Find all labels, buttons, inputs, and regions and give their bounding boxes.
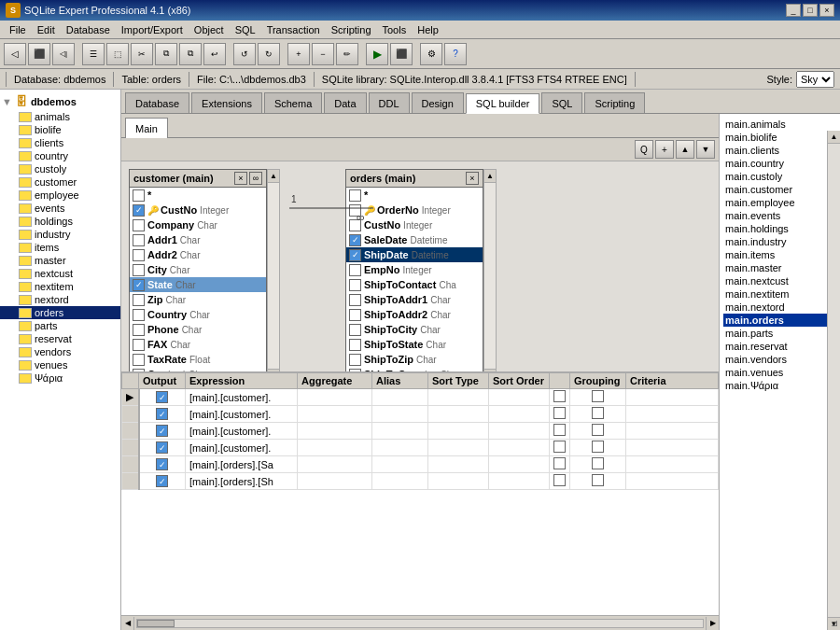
right-panel-item-main-master[interactable]: main.master: [723, 261, 836, 274]
field-row[interactable]: Zip Char: [130, 292, 266, 307]
field-row[interactable]: ✓ 🔑 CustNo Integer: [130, 203, 266, 217]
close-button[interactable]: ×: [819, 4, 834, 17]
field-row-shipdate[interactable]: ✓ ShipDate Datetime: [346, 247, 483, 262]
menu-scripting[interactable]: Scripting: [326, 22, 377, 37]
tree-item-parts[interactable]: parts: [0, 319, 120, 332]
right-panel-item-main-nextord[interactable]: main.nextord: [723, 301, 836, 314]
field-row[interactable]: FAX Char: [130, 337, 266, 352]
right-panel-item-main-animals[interactable]: main.animals: [723, 118, 836, 131]
menu-sql[interactable]: SQL: [230, 22, 261, 37]
scroll-up-button[interactable]: ▲: [676, 140, 694, 159]
toolbar-btn-2[interactable]: ⬛: [28, 43, 50, 65]
tree-item-employee[interactable]: employee: [0, 189, 120, 202]
menu-help[interactable]: Help: [412, 22, 444, 37]
tree-item-Ψάρια[interactable]: Ψάρια: [0, 371, 120, 385]
field-row[interactable]: Addr2 Char: [130, 247, 266, 262]
cell-grouping[interactable]: [570, 456, 626, 473]
toolbar-btn-7[interactable]: ⧉: [155, 43, 177, 65]
field-checkbox[interactable]: [133, 369, 145, 372]
hscroll-thumb[interactable]: [137, 620, 175, 627]
field-row[interactable]: ShipToState Char: [346, 337, 483, 352]
cell-output[interactable]: ✓: [139, 423, 186, 440]
tab-extensions[interactable]: Extensions: [191, 92, 262, 113]
cell-grouping[interactable]: [570, 423, 626, 440]
menu-transaction[interactable]: Transaction: [261, 22, 326, 37]
right-panel-item-main-clients[interactable]: main.clients: [723, 144, 836, 157]
orders-close-button[interactable]: ×: [466, 172, 479, 185]
right-panel-item-main-items[interactable]: main.items: [723, 248, 836, 261]
tree-item-clients[interactable]: clients: [0, 136, 120, 149]
tab-scripting[interactable]: Scripting: [584, 92, 645, 113]
customer-link-button[interactable]: ∞: [249, 172, 262, 185]
field-row[interactable]: ShipToCountry Cha: [346, 367, 483, 371]
right-panel-item-main-Ψάρια[interactable]: main.Ψάρια: [723, 379, 836, 392]
resize-grip[interactable]: ⊿: [831, 618, 838, 628]
field-row[interactable]: City Char: [130, 262, 266, 277]
maximize-button[interactable]: □: [803, 4, 818, 17]
field-checkbox[interactable]: ✓: [349, 249, 361, 261]
table-row[interactable]: ✓ [main].[orders].[Sa: [122, 456, 719, 473]
right-panel-item-main-holdings[interactable]: main.holdings: [723, 222, 836, 235]
orders-scroll-up[interactable]: ▲: [484, 170, 496, 183]
tab-database[interactable]: Database: [125, 92, 189, 113]
right-vscroll-up[interactable]: ▲: [828, 131, 840, 144]
tree-item-reservat[interactable]: reservat: [0, 332, 120, 345]
menu-import-export[interactable]: Import/Export: [116, 22, 189, 37]
toolbar-btn-undo[interactable]: ↺: [233, 43, 256, 65]
toolbar-btn-edit[interactable]: ✏: [336, 43, 358, 65]
right-panel-item-main-nextcust[interactable]: main.nextcust: [723, 274, 836, 287]
tree-item-nextitem[interactable]: nextitem: [0, 280, 120, 293]
toolbar-btn-redo[interactable]: ↻: [258, 43, 280, 65]
customer-scroll-down[interactable]: ▼: [268, 369, 279, 371]
tab-design[interactable]: Design: [412, 92, 464, 113]
field-checkbox[interactable]: [349, 309, 361, 321]
table-row[interactable]: ▶ ✓ [main].[customer].: [122, 389, 719, 406]
search-button[interactable]: Q: [635, 140, 653, 159]
add-table-button[interactable]: +: [655, 140, 674, 159]
toolbar-btn-del[interactable]: −: [312, 43, 334, 65]
tab-sql-builder[interactable]: SQL builder: [466, 93, 540, 114]
cell-grouping[interactable]: [570, 389, 626, 406]
field-checkbox[interactable]: [133, 234, 145, 246]
orders-scroll-down[interactable]: ▼: [484, 369, 496, 371]
tree-item-events[interactable]: events: [0, 202, 120, 215]
toolbar-btn-help[interactable]: ?: [444, 43, 467, 65]
field-checkbox[interactable]: ✓: [133, 279, 145, 291]
cell-output[interactable]: ✓: [139, 456, 186, 473]
cell-check[interactable]: [550, 423, 570, 440]
field-row[interactable]: EmpNo Integer: [346, 262, 483, 277]
field-checkbox[interactable]: [133, 309, 145, 321]
tab-ddl[interactable]: DDL: [369, 92, 410, 113]
field-checkbox[interactable]: [349, 279, 361, 291]
field-checkbox[interactable]: [133, 339, 145, 351]
tree-item-nextcust[interactable]: nextcust: [0, 267, 120, 280]
tab-schema[interactable]: Schema: [264, 92, 322, 113]
field-row[interactable]: ShipToContact Cha: [346, 277, 483, 292]
field-checkbox[interactable]: [133, 264, 145, 276]
toolbar-btn-4[interactable]: ☰: [82, 43, 105, 65]
grid-hscroll-right[interactable]: ▶: [706, 617, 719, 630]
field-row[interactable]: *: [130, 188, 266, 203]
table-row[interactable]: ✓ [main].[customer].: [122, 406, 719, 423]
cell-grouping[interactable]: [570, 406, 626, 423]
field-row[interactable]: ShipToAddr2 Char: [346, 307, 483, 322]
right-panel-item-main-biolife[interactable]: main.biolife: [723, 131, 836, 144]
cell-check[interactable]: [550, 406, 570, 423]
customer-scroll-up[interactable]: ▲: [268, 170, 279, 183]
toolbar-btn-5[interactable]: ⬚: [106, 43, 129, 65]
cell-check[interactable]: [550, 456, 570, 473]
minimize-button[interactable]: _: [786, 4, 801, 17]
toolbar-btn-stop[interactable]: ⬛: [390, 43, 413, 65]
field-row[interactable]: Company Char: [130, 217, 266, 232]
toolbar-btn-9[interactable]: ↩: [203, 43, 226, 65]
cell-check[interactable]: [550, 389, 570, 406]
tree-item-items[interactable]: items: [0, 241, 120, 254]
field-checkbox[interactable]: [133, 219, 145, 231]
toolbar-btn-8[interactable]: ⧉: [179, 43, 202, 65]
table-row[interactable]: ✓ [main].[orders].[Sh: [122, 473, 719, 490]
toolbar-btn-settings[interactable]: ⚙: [420, 43, 442, 65]
field-checkbox[interactable]: [349, 354, 361, 366]
cell-check[interactable]: [550, 473, 570, 490]
field-row[interactable]: Country Char: [130, 307, 266, 322]
tree-item-nextord[interactable]: nextord: [0, 293, 120, 306]
